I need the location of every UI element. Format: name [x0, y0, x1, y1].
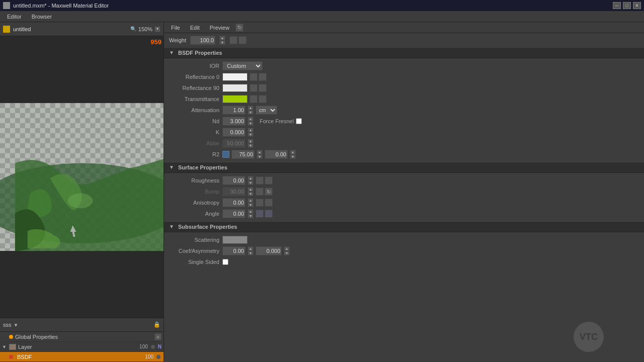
- k-input[interactable]: [222, 128, 246, 137]
- subsurface-toggle[interactable]: ▼: [169, 224, 175, 230]
- menu-editor[interactable]: Editor: [2, 13, 27, 21]
- trans-tex1[interactable]: [250, 95, 258, 103]
- anisotropy-input[interactable]: [222, 198, 246, 207]
- attenuation-input[interactable]: [222, 106, 246, 115]
- asym-down[interactable]: ▼: [284, 251, 290, 255]
- anisotropy-row: Anisotropy ▲ ▼: [164, 197, 644, 208]
- ior-select[interactable]: Custom Glass Water Diamond: [222, 61, 263, 70]
- r2-down1[interactable]: ▼: [257, 154, 263, 159]
- global-dot: [9, 335, 13, 339]
- coef-down[interactable]: ▼: [248, 251, 254, 255]
- r2-up2[interactable]: ▲: [290, 150, 296, 154]
- close-button[interactable]: ✕: [633, 2, 641, 9]
- angle-up[interactable]: ▲: [248, 209, 254, 214]
- nd-down[interactable]: ▼: [248, 121, 254, 126]
- window-title: untitled.mxm* - Maxwell Material Editor: [13, 3, 109, 9]
- r2-input2[interactable]: [265, 150, 288, 159]
- force-fresnel-checkbox[interactable]: [296, 118, 302, 124]
- attenuation-down[interactable]: ▼: [248, 110, 254, 115]
- bump-refresh[interactable]: ↻: [265, 188, 273, 196]
- global-properties-row[interactable]: Global Properties +: [0, 332, 164, 342]
- subsurface-props: Scattering Coef/Asymmetry ▲ ▼: [164, 232, 644, 269]
- bsdf-toggle[interactable]: ▼: [169, 50, 175, 56]
- maximize-button[interactable]: □: [623, 2, 631, 9]
- coef-up[interactable]: ▲: [248, 246, 254, 251]
- angle-input[interactable]: [222, 209, 246, 218]
- refl90-tex1[interactable]: [250, 84, 258, 92]
- r2-input1[interactable]: [231, 150, 255, 159]
- trans-tex2[interactable]: [259, 95, 267, 103]
- right-menu-bar: File Edit Preview ↻: [164, 22, 644, 33]
- bsdf-row[interactable]: BSDF 100: [0, 352, 164, 362]
- weight-texture-btns: [229, 36, 247, 44]
- refl0-tex1[interactable]: [250, 73, 258, 81]
- add-layer-button[interactable]: +: [154, 333, 162, 340]
- global-label: Global Properties: [15, 334, 152, 340]
- bump-down[interactable]: ▼: [248, 192, 254, 196]
- reflectance90-swatch[interactable]: [222, 84, 248, 92]
- refl90-tex2[interactable]: [259, 84, 267, 92]
- anisotropy-tex1[interactable]: [256, 199, 264, 207]
- transmittance-swatch[interactable]: [222, 95, 248, 103]
- sss-dropdown-icon[interactable]: ▼: [14, 322, 19, 328]
- minimize-button[interactable]: ─: [613, 2, 621, 9]
- menu-bar: Editor Browser: [0, 11, 644, 22]
- attenuation-unit[interactable]: cmmmm: [256, 106, 277, 115]
- k-down[interactable]: ▼: [248, 132, 254, 137]
- abbe-down[interactable]: ▼: [248, 143, 254, 148]
- coef-input[interactable]: [222, 246, 246, 255]
- roughness-up[interactable]: ▲: [248, 176, 254, 180]
- material-color-swatch[interactable]: [3, 26, 10, 33]
- force-fresnel-label: Force Fresnel: [260, 118, 294, 124]
- refl0-tex2[interactable]: [259, 73, 267, 81]
- zoom-dropdown[interactable]: ▼: [154, 26, 160, 32]
- k-up[interactable]: ▲: [248, 128, 254, 132]
- weight-down[interactable]: ▼: [219, 40, 225, 45]
- preview-area: 959: [0, 36, 164, 318]
- asym-input[interactable]: [256, 246, 282, 255]
- single-sided-checkbox[interactable]: [222, 259, 228, 265]
- roughness-down[interactable]: ▼: [248, 180, 254, 185]
- coef-row: Coef/Asymmetry ▲ ▼ ▲ ▼: [164, 245, 644, 256]
- anisotropy-down[interactable]: ▼: [248, 203, 254, 207]
- bump-tex1[interactable]: [256, 188, 264, 196]
- surface-toggle[interactable]: ▼: [169, 164, 175, 170]
- roughness-tex1[interactable]: [256, 176, 264, 185]
- angle-down[interactable]: ▼: [248, 214, 254, 218]
- refresh-button[interactable]: ↻: [235, 24, 244, 32]
- r2-up1[interactable]: ▲: [257, 150, 263, 154]
- r2-down2[interactable]: ▼: [290, 154, 296, 159]
- reflectance0-swatch[interactable]: [222, 73, 248, 81]
- anisotropy-up[interactable]: ▲: [248, 198, 254, 203]
- menu-file[interactable]: File: [167, 24, 184, 32]
- single-sided-label: Single Sided: [169, 259, 219, 265]
- bump-up[interactable]: ▲: [248, 187, 254, 192]
- angle-tex2[interactable]: [265, 210, 273, 218]
- anisotropy-tex2[interactable]: [265, 199, 273, 207]
- layer-flag: N: [158, 344, 162, 349]
- abbe-up[interactable]: ▲: [248, 139, 254, 143]
- asym-up[interactable]: ▲: [284, 246, 290, 251]
- weight-input[interactable]: [190, 36, 215, 45]
- bump-row: Bump ▲ ▼ ↻: [164, 186, 644, 197]
- angle-tex1[interactable]: [256, 210, 264, 218]
- weight-tex-btn1[interactable]: [229, 36, 237, 44]
- weight-up[interactable]: ▲: [219, 36, 225, 40]
- reflectance0-label: Reflectance 0: [169, 74, 219, 80]
- scattering-swatch[interactable]: [222, 236, 248, 244]
- menu-edit[interactable]: Edit: [186, 24, 204, 32]
- weight-spinner[interactable]: ▲ ▼: [219, 36, 225, 45]
- nd-input[interactable]: [222, 117, 246, 126]
- surface-section-header: ▼ Surface Properties: [164, 162, 644, 173]
- roughness-input[interactable]: [222, 176, 246, 185]
- reflectance0-row: Reflectance 0: [164, 71, 644, 82]
- layer-row[interactable]: ▼ Layer 100 N: [0, 342, 164, 352]
- menu-browser[interactable]: Browser: [27, 13, 57, 21]
- nd-up[interactable]: ▲: [248, 117, 254, 121]
- weight-tex-btn2[interactable]: [238, 36, 247, 44]
- attenuation-up[interactable]: ▲: [248, 106, 254, 110]
- menu-preview[interactable]: Preview: [206, 24, 233, 32]
- r2-checkbox[interactable]: [222, 151, 229, 158]
- right-panel: File Edit Preview ↻ Weight ▲ ▼ ▼ BSDF Pr…: [164, 22, 644, 362]
- roughness-tex2[interactable]: [265, 176, 273, 185]
